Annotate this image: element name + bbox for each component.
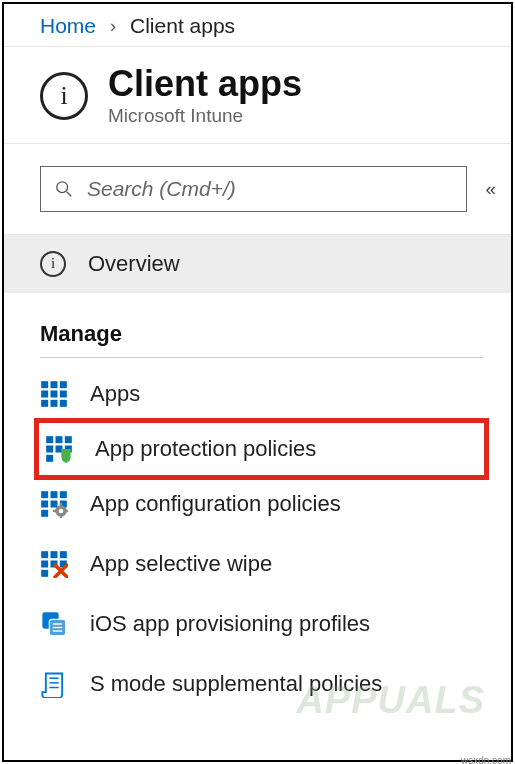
nav-item-ios-provisioning[interactable]: iOS app provisioning profiles	[4, 594, 511, 654]
nav-item-label: Apps	[90, 381, 140, 407]
page-header: i Client apps Microsoft Intune	[4, 47, 511, 144]
search-icon	[55, 180, 73, 198]
svg-point-26	[59, 508, 64, 513]
svg-rect-14	[46, 445, 53, 452]
apps-gear-icon	[40, 490, 68, 518]
breadcrumb: Home › Client apps	[4, 4, 511, 47]
collapse-icon[interactable]: «	[485, 178, 491, 200]
search-row: Search (Cmd+/) «	[4, 144, 511, 235]
svg-rect-31	[41, 551, 48, 558]
apps-wipe-icon	[40, 550, 68, 578]
info-icon: i	[40, 251, 66, 277]
search-placeholder: Search (Cmd+/)	[87, 177, 236, 201]
svg-rect-22	[51, 500, 58, 507]
svg-rect-34	[41, 560, 48, 567]
nav-item-label: App protection policies	[95, 436, 316, 462]
svg-rect-10	[60, 400, 67, 407]
info-icon: i	[40, 72, 88, 120]
svg-rect-37	[41, 570, 48, 577]
svg-point-0	[57, 182, 68, 193]
nav-item-label: App configuration policies	[90, 491, 341, 517]
nav-item-app-selective-wipe[interactable]: App selective wipe	[4, 534, 511, 594]
divider	[40, 357, 483, 358]
page-title: Client apps	[108, 65, 302, 103]
svg-rect-4	[60, 381, 67, 388]
svg-rect-3	[51, 381, 58, 388]
credit-text: wsxdn.com	[461, 755, 511, 764]
search-input[interactable]: Search (Cmd+/)	[40, 166, 467, 212]
svg-rect-13	[65, 436, 72, 443]
chevron-right-icon: ›	[110, 16, 116, 37]
svg-rect-33	[60, 551, 67, 558]
svg-rect-21	[41, 500, 48, 507]
scroll-document-icon	[40, 670, 68, 698]
svg-rect-18	[41, 491, 48, 498]
svg-rect-2	[41, 381, 48, 388]
apps-grid-icon	[40, 380, 68, 408]
breadcrumb-home-link[interactable]: Home	[40, 14, 96, 38]
svg-line-1	[67, 191, 72, 196]
nav-item-apps[interactable]: Apps	[4, 364, 511, 424]
svg-rect-7	[60, 390, 67, 397]
svg-rect-24	[41, 510, 48, 517]
nav-item-app-configuration-policies[interactable]: App configuration policies	[4, 474, 511, 534]
svg-rect-6	[51, 390, 58, 397]
svg-rect-20	[60, 491, 67, 498]
nav-item-label: S mode supplemental policies	[90, 671, 382, 697]
svg-rect-9	[51, 400, 58, 407]
svg-rect-30	[66, 510, 68, 512]
apps-shield-icon	[45, 435, 73, 463]
nav-item-label: App selective wipe	[90, 551, 272, 577]
page-subtitle: Microsoft Intune	[108, 105, 302, 127]
svg-rect-5	[41, 390, 48, 397]
svg-rect-28	[60, 515, 62, 517]
svg-rect-17	[46, 455, 53, 462]
nav-item-label: iOS app provisioning profiles	[90, 611, 370, 637]
svg-rect-27	[60, 503, 62, 507]
nav-item-s-mode-policies[interactable]: S mode supplemental policies	[4, 654, 511, 714]
svg-rect-32	[51, 551, 58, 558]
svg-rect-19	[51, 491, 58, 498]
svg-rect-8	[41, 400, 48, 407]
nav-overview-label: Overview	[88, 251, 180, 277]
section-header-manage: Manage	[4, 293, 511, 357]
nav-item-app-protection-policies[interactable]: App protection policies	[34, 418, 489, 480]
svg-rect-29	[53, 510, 57, 512]
svg-rect-12	[56, 436, 63, 443]
nav-overview[interactable]: i Overview	[4, 235, 511, 293]
svg-rect-11	[46, 436, 53, 443]
provisioning-profile-icon	[40, 610, 68, 638]
breadcrumb-current: Client apps	[130, 14, 235, 38]
